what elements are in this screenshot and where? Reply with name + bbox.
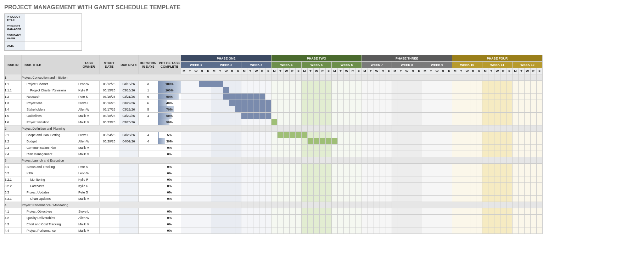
timeline-cell <box>440 221 446 227</box>
timeline-cell <box>428 196 434 202</box>
timeline-cell <box>229 202 235 208</box>
timeline-cell <box>265 125 271 132</box>
timeline-cell <box>223 125 229 132</box>
timeline-cell <box>440 176 446 183</box>
task-title: Projections <box>22 100 78 106</box>
task-id: 1.6 <box>5 119 22 125</box>
timeline-cell <box>458 208 464 215</box>
timeline-cell <box>500 183 506 189</box>
task-owner: Allen W <box>78 138 100 145</box>
day-header: M <box>302 68 308 74</box>
timeline-cell <box>199 106 205 113</box>
timeline-cell <box>470 145 476 151</box>
timeline-cell <box>434 164 440 170</box>
timeline-cell <box>422 94 428 100</box>
timeline-cell <box>482 196 488 202</box>
timeline-cell <box>241 138 247 145</box>
info-value[interactable] <box>25 32 82 41</box>
timeline-cell <box>332 151 338 157</box>
timeline-cell <box>205 183 211 189</box>
timeline-cell <box>398 208 404 215</box>
timeline-cell <box>440 170 446 176</box>
timeline-cell <box>193 164 199 170</box>
timeline-cell <box>380 100 386 106</box>
info-value[interactable] <box>25 14 82 23</box>
timeline-cell <box>488 164 494 170</box>
timeline-cell <box>362 138 368 145</box>
pct-complete: 100% <box>158 81 181 87</box>
timeline-cell <box>247 157 253 164</box>
timeline-cell <box>223 176 229 183</box>
timeline-cell <box>271 94 278 100</box>
timeline-cell <box>356 221 362 227</box>
timeline-cell <box>350 74 356 81</box>
timeline-cell <box>494 94 500 100</box>
timeline-cell <box>368 100 374 106</box>
day-header: F <box>537 68 543 74</box>
timeline-cell <box>531 164 537 170</box>
info-value[interactable] <box>25 41 82 51</box>
timeline-cell <box>290 208 296 215</box>
timeline-cell <box>513 81 519 87</box>
timeline-cell <box>380 138 386 145</box>
timeline-cell <box>476 125 482 132</box>
timeline-cell <box>314 125 320 132</box>
timeline-cell <box>296 189 302 196</box>
timeline-cell <box>428 170 434 176</box>
timeline-cell <box>253 145 259 151</box>
timeline-cell <box>531 81 537 87</box>
duration <box>139 164 158 170</box>
timeline-cell <box>470 151 476 157</box>
timeline-cell <box>296 208 302 215</box>
task-title: Research <box>22 94 78 100</box>
hdr-task-owner: TASK OWNER <box>78 55 100 74</box>
timeline-cell <box>537 74 543 81</box>
timeline-cell <box>265 94 271 100</box>
timeline-cell <box>247 164 253 170</box>
timeline-cell <box>500 176 506 183</box>
timeline-cell <box>278 81 284 87</box>
timeline-cell <box>356 145 362 151</box>
timeline-cell <box>320 94 326 100</box>
timeline-cell <box>247 202 253 208</box>
timeline-cell <box>338 94 344 100</box>
timeline-cell <box>217 208 223 215</box>
timeline-cell <box>416 119 422 125</box>
timeline-cell <box>513 208 519 215</box>
timeline-cell <box>458 94 464 100</box>
timeline-cell <box>302 183 308 189</box>
duration <box>139 189 158 196</box>
timeline-cell <box>278 106 284 113</box>
timeline-cell <box>434 170 440 176</box>
timeline-cell <box>386 94 392 100</box>
hdr-duration: DURATION IN DAYS <box>139 55 158 74</box>
timeline-cell <box>458 176 464 183</box>
timeline-cell <box>494 202 500 208</box>
timeline-cell <box>531 138 537 145</box>
timeline-cell <box>302 94 308 100</box>
info-value[interactable] <box>25 23 82 32</box>
timeline-cell <box>187 208 193 215</box>
timeline-cell <box>235 138 241 145</box>
timeline-cell <box>482 94 488 100</box>
duration <box>139 227 158 234</box>
phase-header: PHASE ONE <box>181 55 271 62</box>
timeline-cell <box>356 202 362 208</box>
timeline-cell <box>506 164 513 170</box>
timeline-cell <box>278 145 284 151</box>
timeline-cell <box>398 227 404 234</box>
timeline-cell <box>506 113 513 119</box>
timeline-cell <box>338 170 344 176</box>
timeline-cell <box>332 132 338 138</box>
timeline-cell <box>488 202 494 208</box>
timeline-cell <box>338 106 344 113</box>
timeline-cell <box>253 196 259 202</box>
timeline-cell <box>308 132 314 138</box>
timeline-cell <box>519 138 525 145</box>
day-header: T <box>187 68 193 74</box>
day-header: W <box>494 68 500 74</box>
timeline-cell <box>271 208 278 215</box>
hdr-due-date: DUE DATE <box>119 55 139 74</box>
timeline-cell <box>350 176 356 183</box>
timeline-cell <box>434 215 440 221</box>
